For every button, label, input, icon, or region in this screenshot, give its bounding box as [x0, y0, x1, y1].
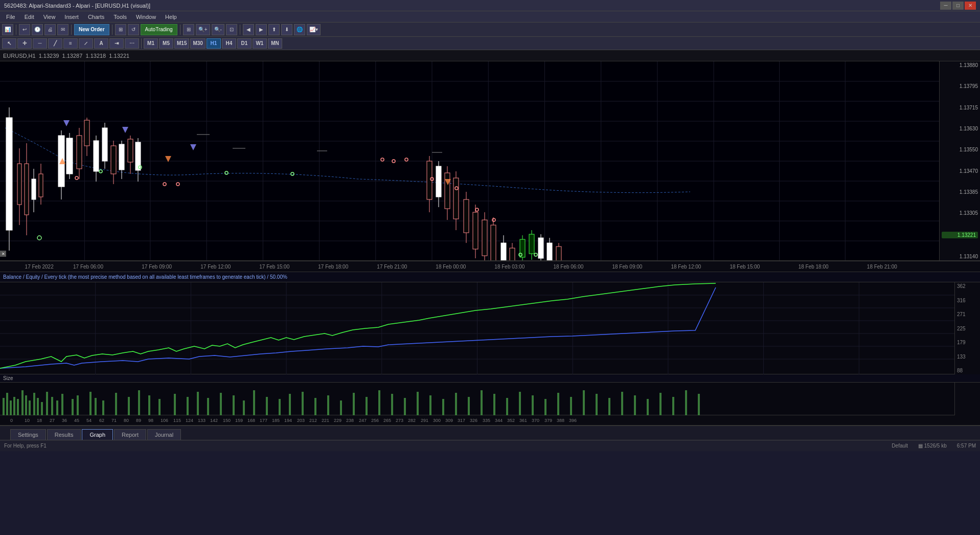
scroll-right-button[interactable]: ▶: [256, 24, 267, 35]
zoom-out-button[interactable]: 🔍-: [212, 24, 224, 35]
tab-graph[interactable]: Graph: [82, 429, 113, 440]
menu-file[interactable]: File: [2, 13, 19, 21]
tline-button[interactable]: ╱: [48, 38, 62, 49]
maximize-button[interactable]: □: [952, 2, 964, 10]
time-label: 18 Feb 00:00: [436, 264, 466, 270]
svg-rect-190: [634, 395, 636, 415]
axis-label: 54: [86, 418, 92, 423]
price-level: 1.13715: [942, 105, 978, 110]
size-area: Size: [0, 374, 980, 415]
tab-report[interactable]: Report: [114, 429, 146, 440]
full-screen-button[interactable]: ⊡: [226, 24, 237, 35]
tf-w1[interactable]: W1: [253, 38, 267, 49]
menu-window[interactable]: Window: [132, 13, 160, 21]
cursor-button[interactable]: ↖: [2, 38, 16, 49]
print-button[interactable]: 🖨: [44, 24, 56, 35]
close-panel-button[interactable]: ✕: [0, 251, 6, 257]
scroll-left-button[interactable]: ◀: [243, 24, 254, 35]
crosshair-button[interactable]: ✛: [17, 38, 32, 49]
chart-ask: 1.13287: [62, 53, 83, 59]
svg-rect-152: [158, 399, 161, 415]
svg-rect-135: [29, 400, 31, 415]
history-button[interactable]: 🕐: [32, 24, 43, 35]
refresh-button[interactable]: ↺: [128, 24, 139, 35]
text-button[interactable]: A: [94, 38, 108, 49]
status-right: Default ▦ 1526/5 kb 6:57 PM: [892, 443, 976, 449]
arrow-button[interactable]: ⇥: [109, 38, 124, 49]
hline-button[interactable]: ─: [33, 38, 47, 49]
svg-rect-177: [468, 397, 470, 415]
market-watch-button[interactable]: ⊞: [115, 24, 126, 35]
channel-button[interactable]: ⟋: [79, 38, 93, 49]
svg-rect-138: [41, 402, 43, 415]
svg-rect-170: [378, 390, 380, 415]
candle-area[interactable]: [0, 61, 939, 260]
svg-rect-73: [491, 225, 496, 260]
more-button[interactable]: ⋯: [125, 38, 139, 49]
menu-help[interactable]: Help: [161, 13, 181, 21]
tf-h1[interactable]: H1: [207, 38, 221, 49]
size-chart-container: [0, 383, 980, 415]
menu-tools[interactable]: Tools: [109, 13, 131, 21]
svg-rect-178: [481, 390, 483, 415]
tf-m1[interactable]: M1: [144, 38, 158, 49]
new-chart-button[interactable]: 📊: [2, 24, 13, 35]
tab-results[interactable]: Results: [47, 429, 81, 440]
tab-journal[interactable]: Journal: [147, 429, 181, 440]
size-canvas-area[interactable]: [0, 383, 954, 415]
autotrade-button[interactable]: AutoTrading: [141, 24, 177, 35]
close-button[interactable]: ✕: [965, 2, 976, 10]
svg-rect-180: [506, 398, 508, 415]
menu-insert[interactable]: Insert: [60, 13, 83, 21]
axis-label: 396: [569, 418, 577, 423]
svg-rect-188: [608, 398, 610, 415]
toolbar2: ↖ ✛ ─ ╱ ≡ ⟋ A ⇥ ⋯ M1 M5 M15 M30 H1 H4 D1…: [0, 37, 980, 50]
axis-label: 282: [408, 418, 416, 423]
svg-rect-165: [314, 398, 316, 415]
zoom-in-button[interactable]: 🔍+: [196, 24, 210, 35]
svg-rect-48: [119, 144, 124, 170]
menu-edit[interactable]: Edit: [20, 13, 38, 21]
svg-rect-67: [464, 199, 469, 233]
tf-mn[interactable]: MN: [268, 38, 282, 49]
tf-h4[interactable]: H4: [222, 38, 236, 49]
tf-m30[interactable]: M30: [190, 38, 205, 49]
axis-label: 203: [297, 418, 305, 423]
chart-type-button[interactable]: 📈▾: [307, 24, 321, 35]
time-axis: 17 Feb 2022 17 Feb 06:00 17 Feb 09:00 17…: [0, 261, 980, 272]
sell-button[interactable]: ⬇: [281, 24, 292, 35]
svg-rect-144: [77, 395, 79, 415]
email-button[interactable]: ✉: [57, 24, 69, 35]
undo-button[interactable]: ↩: [19, 24, 30, 35]
tf-d1[interactable]: D1: [237, 38, 252, 49]
price-level: 1.13630: [942, 126, 978, 131]
svg-rect-150: [138, 390, 140, 415]
svg-rect-155: [197, 392, 199, 415]
tab-settings[interactable]: Settings: [10, 429, 46, 440]
globe-button[interactable]: 🌐: [294, 24, 305, 35]
axis-label: 194: [284, 418, 292, 423]
tf-m15[interactable]: M15: [174, 38, 189, 49]
buy-button[interactable]: ⬆: [268, 24, 280, 35]
axis-label: 36: [62, 418, 67, 423]
zoom-in-x-button[interactable]: ⊞: [183, 24, 194, 35]
svg-point-90: [99, 170, 102, 173]
axis-label: 18: [37, 418, 42, 423]
svg-rect-153: [174, 394, 176, 415]
tf-m5[interactable]: M5: [159, 38, 173, 49]
axis-label: 291: [421, 418, 428, 423]
sep2: [71, 25, 72, 35]
new-order-button[interactable]: New Order: [74, 24, 109, 35]
main-chart-area[interactable]: 1.13880 1.13795 1.13715 1.13630 1.13550 …: [0, 61, 980, 261]
current-price: 1.13221: [942, 232, 978, 238]
menu-charts[interactable]: Charts: [84, 13, 108, 21]
svg-point-94: [225, 171, 228, 174]
svg-rect-130: [10, 400, 12, 415]
equity-canvas-area[interactable]: [0, 282, 954, 374]
minimize-button[interactable]: ─: [940, 2, 951, 10]
menu-view[interactable]: View: [39, 13, 60, 21]
size-label-bar: Size: [0, 374, 980, 383]
axis-label: 71: [111, 418, 117, 423]
svg-rect-81: [529, 234, 534, 254]
hchannel-button[interactable]: ≡: [63, 38, 78, 49]
